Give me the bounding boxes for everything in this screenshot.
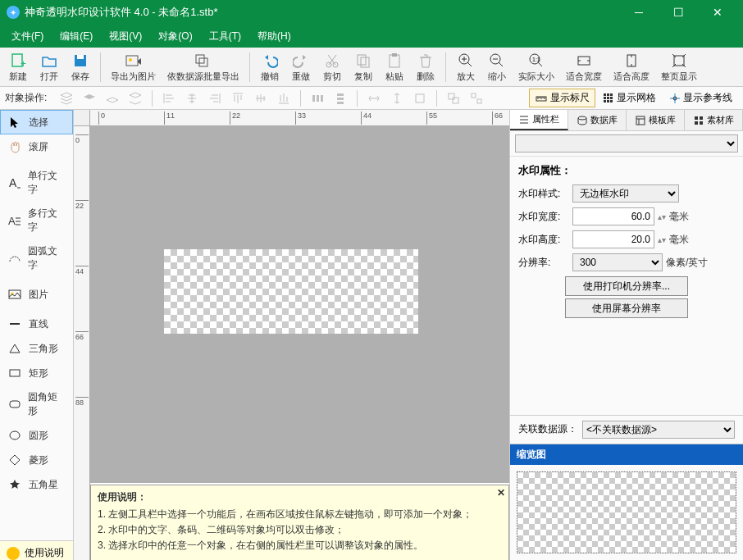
save-button[interactable]: 保存 (66, 50, 95, 84)
svg-text:1:1: 1:1 (532, 57, 540, 62)
tool-text-multi[interactable]: A多行文字 (0, 202, 73, 239)
tool-select[interactable]: 选择 (0, 110, 73, 134)
align-center-icon[interactable] (182, 89, 202, 107)
object-selector[interactable] (515, 134, 738, 153)
svg-rect-10 (358, 55, 366, 65)
dist-v-icon[interactable] (330, 89, 350, 107)
svg-rect-4 (126, 56, 138, 66)
ruler-corner (74, 110, 90, 126)
dist-h-icon[interactable] (308, 89, 327, 107)
zoomin-button[interactable]: 放大 (451, 50, 481, 84)
zoomout-button[interactable]: 缩小 (482, 50, 512, 84)
tab-properties[interactable]: 属性栏 (510, 110, 568, 130)
tool-pan[interactable]: 滚屏 (0, 134, 73, 159)
window-title: 神奇透明水印设计软件 4.0 - 未命名1.stb* (25, 5, 620, 20)
layer-front-icon[interactable] (57, 89, 76, 107)
tool-line[interactable]: 直线 (0, 312, 73, 336)
layer-down-icon[interactable] (103, 89, 122, 107)
minimize-button[interactable]: ─ (620, 0, 658, 25)
fit-height-button[interactable]: 适合高度 (609, 50, 654, 84)
bulb-icon (7, 547, 20, 560)
close-button[interactable]: ✕ (699, 0, 736, 25)
tool-arc-text[interactable]: 圆弧文字 (0, 239, 73, 277)
menu-object[interactable]: 对象(O) (152, 26, 198, 47)
roundrect-icon (7, 397, 21, 412)
same-height-icon[interactable] (387, 89, 407, 107)
watermark-style-select[interactable]: 无边框水印 (572, 184, 679, 203)
menu-help[interactable]: 帮助(H) (251, 26, 298, 47)
show-ruler-toggle[interactable]: 显示标尺 (529, 89, 595, 107)
tool-circle[interactable]: 圆形 (0, 423, 73, 448)
tool-triangle[interactable]: 三角形 (0, 336, 73, 361)
export-image-button[interactable]: 导出为图片 (106, 50, 161, 84)
align-bottom-icon[interactable] (274, 89, 294, 107)
help-close-button[interactable]: ✕ (497, 487, 505, 499)
open-button[interactable]: 打开 (34, 50, 64, 84)
watermark-height-input[interactable] (572, 230, 654, 248)
tab-templates[interactable]: 模板库 (627, 110, 685, 130)
cut-button[interactable]: 剪切 (317, 50, 347, 84)
ungroup-icon[interactable] (467, 89, 486, 107)
arc-text-icon (7, 251, 21, 266)
svg-point-5 (129, 58, 132, 61)
use-printer-dpi-button[interactable]: 使用打印机分辨率... (565, 276, 688, 296)
new-button[interactable]: +新建 (3, 50, 33, 84)
redo-button[interactable]: 重做 (286, 50, 316, 84)
dpi-select[interactable]: 300 (572, 253, 663, 271)
star-icon (7, 477, 22, 492)
delete-button[interactable]: 删除 (411, 50, 440, 84)
export-batch-button[interactable]: 依数据源批量导出 (162, 50, 244, 84)
watermark-width-input[interactable] (572, 207, 654, 225)
undo-button[interactable]: 撤销 (255, 50, 285, 84)
watermark-object[interactable] (164, 249, 418, 334)
help-button[interactable]: 使用说明 (0, 540, 73, 560)
tool-text-single[interactable]: A单行文字 (0, 164, 73, 202)
same-size-icon[interactable] (410, 89, 430, 107)
use-screen-dpi-button[interactable]: 使用屏幕分辨率 (565, 298, 688, 318)
thumbnail-preview (517, 471, 736, 553)
tool-roundrect[interactable]: 圆角矩形 (0, 385, 73, 423)
maximize-button[interactable]: ☐ (659, 0, 697, 25)
group-icon[interactable] (444, 89, 463, 107)
same-width-icon[interactable] (364, 89, 384, 107)
menu-edit[interactable]: 编辑(E) (53, 26, 99, 47)
main-toolbar: +新建 打开 保存 导出为图片 依数据源批量导出 撤销 重做 剪切 复制 粘贴 … (0, 48, 743, 87)
fit-width-button[interactable]: 适合宽度 (561, 50, 607, 84)
show-grid-toggle[interactable]: 显示网格 (597, 89, 662, 107)
svg-rect-13 (392, 53, 397, 57)
copy-button[interactable]: 复制 (349, 50, 378, 84)
show-guide-toggle[interactable]: 显示参考线 (663, 89, 738, 107)
svg-rect-23 (321, 95, 323, 102)
tab-materials[interactable]: 素材库 (685, 110, 743, 130)
fit-page-button[interactable]: 整页显示 (656, 50, 702, 84)
svg-rect-3 (77, 55, 84, 59)
properties-panel: 水印属性： 水印样式:无边框水印 水印宽度:▴▾毫米 水印高度:▴▾毫米 分辨率… (510, 157, 743, 327)
svg-rect-6 (196, 55, 204, 63)
align-top-icon[interactable] (228, 89, 248, 107)
canvas[interactable] (90, 126, 509, 483)
menu-tools[interactable]: 工具(T) (203, 26, 248, 47)
tab-database[interactable]: 数据库 (568, 110, 627, 130)
circle-icon (7, 428, 22, 443)
layer-back-icon[interactable] (125, 89, 145, 107)
menu-file[interactable]: 文件(F) (5, 26, 50, 47)
object-toolbar: 对象操作: 显示标尺 显示网格 显示参考线 (0, 87, 743, 110)
tool-image[interactable]: 图片 (0, 282, 73, 307)
menu-view[interactable]: 视图(V) (103, 26, 148, 47)
tool-star[interactable]: 五角星 (0, 472, 73, 497)
svg-rect-12 (390, 55, 399, 67)
align-left-icon[interactable] (159, 89, 179, 107)
layer-up-icon[interactable] (80, 89, 99, 107)
hand-icon (7, 139, 22, 154)
align-right-icon[interactable] (205, 89, 225, 107)
text-icon: A (7, 175, 21, 190)
paste-button[interactable]: 粘贴 (380, 50, 409, 84)
datasource-select[interactable]: <不关联数据源> (582, 421, 735, 439)
titlebar: ✦ 神奇透明水印设计软件 4.0 - 未命名1.stb* ─ ☐ ✕ (0, 0, 743, 25)
tool-rect[interactable]: 矩形 (0, 361, 73, 385)
tool-diamond[interactable]: 菱形 (0, 448, 73, 472)
svg-rect-11 (361, 57, 369, 67)
align-middle-icon[interactable] (251, 89, 271, 107)
actual-size-button[interactable]: 1:1实际大小 (513, 50, 559, 84)
svg-rect-38 (610, 97, 613, 99)
